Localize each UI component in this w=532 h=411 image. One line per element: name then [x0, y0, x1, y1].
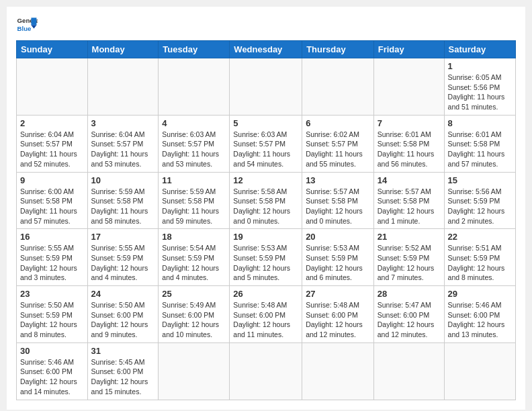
day-info: Sunrise: 6:03 AM Sunset: 5:57 PM Dayligh…: [162, 130, 226, 169]
calendar-cell: [302, 58, 374, 116]
week-row-4: 23Sunrise: 5:50 AM Sunset: 5:59 PM Dayli…: [17, 286, 516, 343]
calendar-cell: [159, 342, 230, 400]
day-info: Sunrise: 6:02 AM Sunset: 5:57 PM Dayligh…: [306, 130, 370, 169]
calendar-cell: 21Sunrise: 5:52 AM Sunset: 5:59 PM Dayli…: [373, 229, 444, 286]
day-info: Sunrise: 5:55 AM Sunset: 5:59 PM Dayligh…: [91, 243, 155, 283]
day-info: Sunrise: 6:03 AM Sunset: 5:57 PM Dayligh…: [233, 130, 298, 169]
week-row-2: 9Sunrise: 6:00 AM Sunset: 5:58 PM Daylig…: [17, 172, 516, 229]
day-number: 2: [20, 118, 84, 128]
day-number: 10: [91, 175, 155, 185]
calendar-cell: 15Sunrise: 5:56 AM Sunset: 5:59 PM Dayli…: [444, 172, 515, 229]
svg-text:Blue: Blue: [17, 25, 32, 32]
calendar-cell: [302, 342, 374, 400]
calendar-cell: 2Sunrise: 6:04 AM Sunset: 5:57 PM Daylig…: [17, 115, 88, 172]
calendar-cell: 26Sunrise: 5:48 AM Sunset: 6:00 PM Dayli…: [230, 286, 302, 343]
calendar-cell: 25Sunrise: 5:49 AM Sunset: 6:00 PM Dayli…: [159, 286, 230, 343]
calendar-cell: 22Sunrise: 5:51 AM Sunset: 5:59 PM Dayli…: [444, 229, 515, 286]
generalblue-logo-icon: General Blue: [16, 13, 38, 35]
day-number: 24: [91, 289, 155, 299]
day-number: 27: [306, 289, 370, 299]
day-number: 22: [448, 232, 512, 242]
calendar-cell: [444, 342, 515, 400]
day-info: Sunrise: 6:01 AM Sunset: 5:58 PM Dayligh…: [378, 130, 441, 169]
calendar-cell: [373, 58, 444, 116]
day-info: Sunrise: 5:57 AM Sunset: 5:58 PM Dayligh…: [378, 187, 441, 226]
weekday-header-sunday: Sunday: [17, 41, 88, 58]
calendar-cell: [230, 58, 302, 116]
calendar-cell: 3Sunrise: 6:04 AM Sunset: 5:57 PM Daylig…: [87, 115, 159, 172]
day-number: 18: [162, 232, 226, 242]
day-info: Sunrise: 5:59 AM Sunset: 5:58 PM Dayligh…: [162, 187, 226, 226]
day-info: Sunrise: 5:51 AM Sunset: 5:59 PM Dayligh…: [448, 243, 512, 283]
calendar-cell: 30Sunrise: 5:46 AM Sunset: 6:00 PM Dayli…: [17, 342, 88, 400]
calendar-cell: 7Sunrise: 6:01 AM Sunset: 5:58 PM Daylig…: [373, 115, 444, 172]
week-row-5: 30Sunrise: 5:46 AM Sunset: 6:00 PM Dayli…: [17, 342, 516, 400]
day-info: Sunrise: 5:52 AM Sunset: 5:59 PM Dayligh…: [378, 243, 441, 283]
weekday-header-monday: Monday: [87, 41, 159, 58]
day-number: 12: [233, 175, 298, 185]
day-number: 20: [306, 232, 370, 242]
day-number: 31: [91, 346, 155, 356]
day-number: 6: [306, 118, 370, 128]
svg-marker-2: [31, 17, 36, 25]
calendar-cell: 9Sunrise: 6:00 AM Sunset: 5:58 PM Daylig…: [17, 172, 88, 229]
day-info: Sunrise: 5:55 AM Sunset: 5:59 PM Dayligh…: [20, 243, 84, 283]
week-row-3: 16Sunrise: 5:55 AM Sunset: 5:59 PM Dayli…: [17, 229, 516, 286]
day-number: 26: [233, 289, 298, 299]
day-info: Sunrise: 5:58 AM Sunset: 5:58 PM Dayligh…: [233, 187, 298, 226]
day-info: Sunrise: 6:04 AM Sunset: 5:57 PM Dayligh…: [20, 130, 84, 169]
calendar-cell: [17, 58, 88, 116]
calendar-cell: 13Sunrise: 5:57 AM Sunset: 5:58 PM Dayli…: [302, 172, 374, 229]
calendar-cell: 27Sunrise: 5:48 AM Sunset: 6:00 PM Dayli…: [302, 286, 374, 343]
calendar-cell: 10Sunrise: 5:59 AM Sunset: 5:58 PM Dayli…: [87, 172, 159, 229]
day-info: Sunrise: 5:50 AM Sunset: 5:59 PM Dayligh…: [20, 300, 84, 340]
day-number: 28: [378, 289, 441, 299]
page: General Blue SundayMondayTuesdayWednesda…: [7, 7, 525, 410]
week-row-0: 1Sunrise: 6:05 AM Sunset: 5:56 PM Daylig…: [17, 58, 516, 116]
weekday-header-tuesday: Tuesday: [159, 41, 230, 58]
day-info: Sunrise: 5:54 AM Sunset: 5:59 PM Dayligh…: [162, 243, 226, 283]
day-info: Sunrise: 5:53 AM Sunset: 5:59 PM Dayligh…: [306, 243, 370, 283]
day-number: 5: [233, 118, 298, 128]
day-number: 15: [448, 175, 512, 185]
day-number: 7: [378, 118, 441, 128]
weekday-header-thursday: Thursday: [302, 41, 374, 58]
calendar-cell: 12Sunrise: 5:58 AM Sunset: 5:58 PM Dayli…: [230, 172, 302, 229]
calendar-cell: [159, 58, 230, 116]
weekday-header-wednesday: Wednesday: [230, 41, 302, 58]
calendar-cell: 28Sunrise: 5:47 AM Sunset: 6:00 PM Dayli…: [373, 286, 444, 343]
calendar-cell: 19Sunrise: 5:53 AM Sunset: 5:59 PM Dayli…: [230, 229, 302, 286]
day-info: Sunrise: 6:05 AM Sunset: 5:56 PM Dayligh…: [448, 73, 512, 112]
day-number: 3: [91, 118, 155, 128]
day-number: 29: [448, 289, 512, 299]
calendar-cell: [373, 342, 444, 400]
day-number: 8: [448, 118, 512, 128]
day-number: 11: [162, 175, 226, 185]
calendar-cell: 11Sunrise: 5:59 AM Sunset: 5:58 PM Dayli…: [159, 172, 230, 229]
day-number: 9: [20, 175, 84, 185]
day-number: 30: [20, 346, 84, 356]
day-number: 17: [91, 232, 155, 242]
day-number: 13: [306, 175, 370, 185]
weekday-header-row: SundayMondayTuesdayWednesdayThursdayFrid…: [17, 41, 516, 58]
day-info: Sunrise: 6:04 AM Sunset: 5:57 PM Dayligh…: [91, 130, 155, 169]
day-info: Sunrise: 6:01 AM Sunset: 5:58 PM Dayligh…: [448, 130, 512, 169]
day-number: 23: [20, 289, 84, 299]
svg-marker-3: [31, 26, 36, 29]
week-row-1: 2Sunrise: 6:04 AM Sunset: 5:57 PM Daylig…: [17, 115, 516, 172]
calendar-cell: 16Sunrise: 5:55 AM Sunset: 5:59 PM Dayli…: [17, 229, 88, 286]
day-info: Sunrise: 5:46 AM Sunset: 6:00 PM Dayligh…: [448, 300, 512, 340]
calendar-cell: 17Sunrise: 5:55 AM Sunset: 5:59 PM Dayli…: [87, 229, 159, 286]
calendar-cell: [230, 342, 302, 400]
day-number: 1: [448, 61, 512, 71]
calendar-cell: 29Sunrise: 5:46 AM Sunset: 6:00 PM Dayli…: [444, 286, 515, 343]
calendar-cell: 14Sunrise: 5:57 AM Sunset: 5:58 PM Dayli…: [373, 172, 444, 229]
header: General Blue: [16, 13, 516, 35]
day-info: Sunrise: 5:56 AM Sunset: 5:59 PM Dayligh…: [448, 187, 512, 226]
day-info: Sunrise: 5:45 AM Sunset: 6:00 PM Dayligh…: [91, 357, 155, 397]
day-info: Sunrise: 5:46 AM Sunset: 6:00 PM Dayligh…: [20, 357, 84, 397]
day-number: 21: [378, 232, 441, 242]
weekday-header-friday: Friday: [373, 41, 444, 58]
calendar-cell: 8Sunrise: 6:01 AM Sunset: 5:58 PM Daylig…: [444, 115, 515, 172]
day-number: 25: [162, 289, 226, 299]
